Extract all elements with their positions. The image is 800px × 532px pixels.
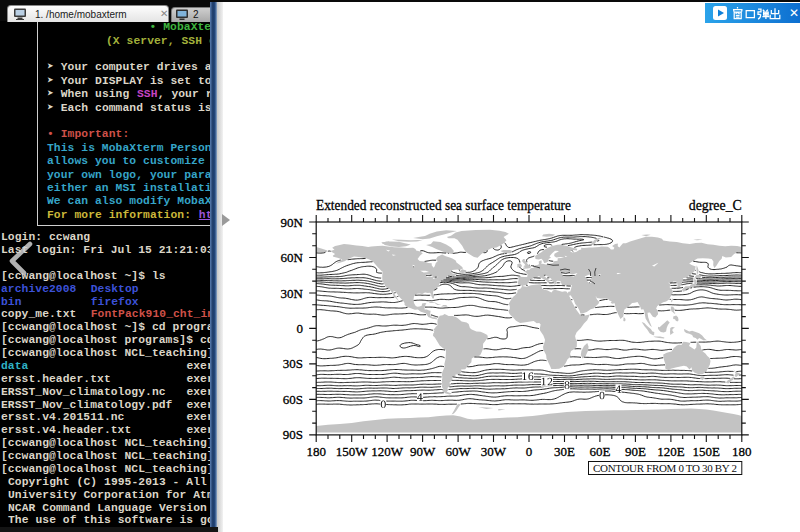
svg-text:180: 180	[732, 444, 752, 459]
svg-text:90S: 90S	[283, 427, 303, 442]
svg-text:60N: 60N	[281, 250, 304, 265]
svg-text:120W: 120W	[371, 444, 404, 459]
svg-text:90W: 90W	[410, 444, 436, 459]
svg-text:CONTOUR FROM 0 TO 30 BY 2: CONTOUR FROM 0 TO 30 BY 2	[593, 462, 737, 474]
svg-text:60E: 60E	[589, 444, 610, 459]
svg-text:30W: 30W	[481, 444, 507, 459]
svg-text:150W: 150W	[336, 444, 369, 459]
svg-text:Extended reconstructed sea sur: Extended reconstructed sea surface tempe…	[316, 197, 571, 213]
svg-text:0: 0	[297, 321, 304, 336]
svg-text:60S: 60S	[283, 392, 303, 407]
svg-text:60W: 60W	[445, 444, 471, 459]
svg-text:150E: 150E	[693, 444, 721, 459]
svg-text:30N: 30N	[281, 286, 304, 301]
svg-text:90N: 90N	[281, 215, 304, 230]
svg-text:degree_C: degree_C	[689, 197, 742, 213]
svg-text:90E: 90E	[625, 444, 646, 459]
svg-text:120E: 120E	[657, 444, 685, 459]
svg-text:180: 180	[306, 444, 326, 459]
svg-text:30E: 30E	[554, 444, 575, 459]
svg-text:30S: 30S	[283, 356, 303, 371]
svg-text:0: 0	[526, 444, 533, 459]
